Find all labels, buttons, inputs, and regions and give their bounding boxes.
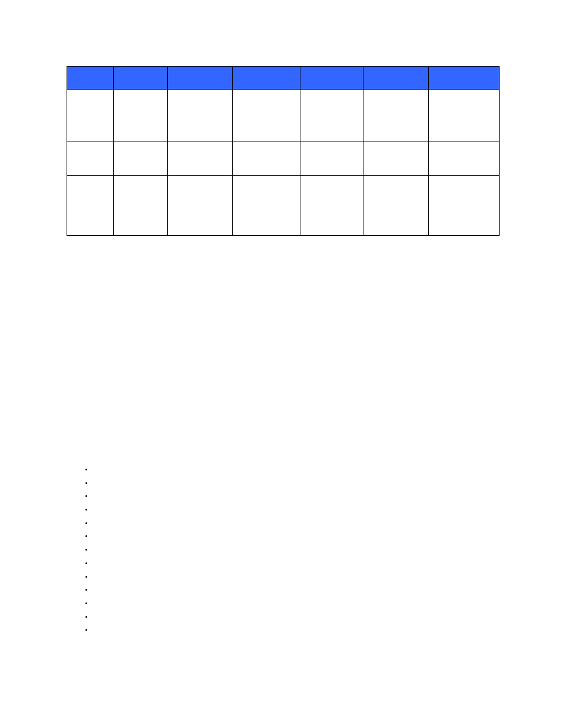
list-item: [92, 516, 435, 530]
table-cell: [429, 141, 500, 176]
table-row: [67, 90, 500, 141]
table-cell: [300, 176, 363, 236]
table-cell: [233, 176, 300, 236]
table-cell: [233, 141, 300, 176]
list-item: [92, 623, 435, 637]
table-header-cell: [233, 67, 300, 90]
table-cell: [67, 141, 114, 176]
table-cell: [67, 176, 114, 236]
table-header-cell: [114, 67, 168, 90]
table-header-cell: [363, 67, 429, 90]
list-item: [92, 489, 435, 503]
table-cell: [429, 176, 500, 236]
data-table: [67, 66, 500, 236]
list-item: [92, 583, 435, 597]
table-row: [67, 141, 500, 176]
table-cell: [363, 141, 429, 176]
list-item: [92, 597, 435, 610]
table-header-cell: [429, 67, 500, 90]
bullet-list: [82, 463, 435, 637]
list-item: [92, 570, 435, 584]
table-header-cell: [168, 67, 233, 90]
bullet-list-container: [82, 463, 435, 637]
table-cell: [233, 90, 300, 141]
table-cell: [114, 176, 168, 236]
table-cell: [114, 90, 168, 141]
table-cell: [114, 141, 168, 176]
list-item: [92, 503, 435, 516]
table-cell: [300, 141, 363, 176]
table-header-row: [67, 67, 500, 90]
list-item: [92, 543, 435, 556]
list-item: [92, 556, 435, 570]
table-cell: [168, 176, 233, 236]
list-item: [92, 529, 435, 543]
table-cell: [429, 90, 500, 141]
table-cell: [67, 90, 114, 141]
table-row: [67, 176, 500, 236]
table-header-cell: [67, 67, 114, 90]
table-cell: [300, 90, 363, 141]
table-header-cell: [300, 67, 363, 90]
table-cell: [168, 141, 233, 176]
table-cell: [363, 176, 429, 236]
list-item: [92, 476, 435, 490]
table-cell: [168, 90, 233, 141]
list-item: [92, 463, 435, 476]
table-cell: [363, 90, 429, 141]
list-item: [92, 610, 435, 624]
